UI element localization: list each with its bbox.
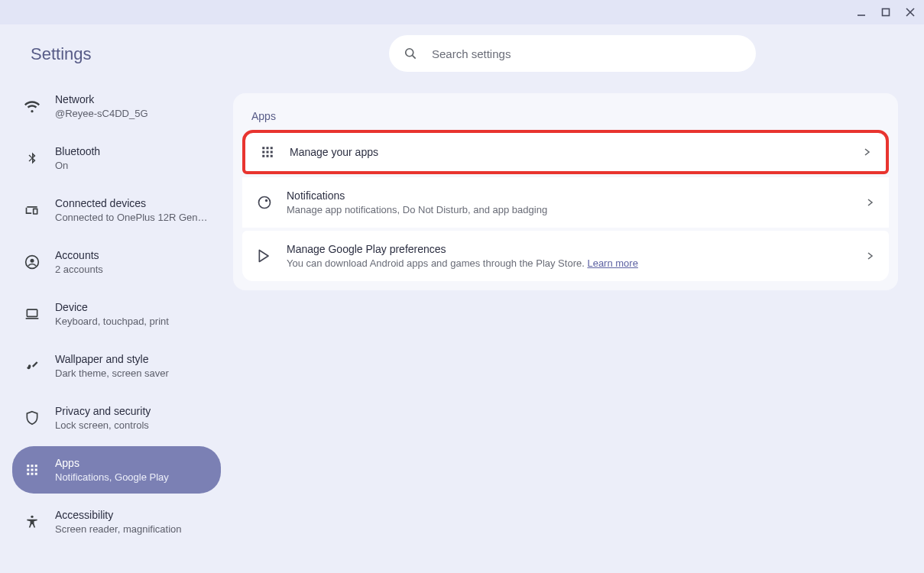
svg-rect-11 [27,469,29,471]
svg-rect-20 [262,147,264,149]
sidebar-item-accessibility[interactable]: Accessibility Screen reader, magnificati… [12,498,221,545]
sidebar-item-network[interactable]: Network @Reyee-sC4DD_5G [12,83,221,130]
svg-rect-25 [271,151,273,154]
svg-rect-14 [27,473,29,475]
sidebar-item-sublabel: Dark theme, screen saver [55,367,169,380]
maximize-button[interactable] [878,5,893,20]
sidebar-item-sublabel: 2 accounts [55,263,103,277]
sidebar: Settings Network @Reyee-sC4DD_5G Bluetoo… [0,24,233,573]
sidebar-item-privacy[interactable]: Privacy and security Lock screen, contro… [12,394,221,442]
svg-rect-10 [35,465,37,467]
sidebar-item-label: Apps [55,455,169,471]
minimize-button[interactable] [854,5,869,20]
sidebar-item-sublabel: Notifications, Google Play [55,471,169,484]
main-content: Apps Manage your apps Notifications [233,24,924,573]
svg-rect-21 [267,147,269,149]
svg-point-5 [31,259,34,263]
sidebar-item-sublabel: On [55,159,100,173]
svg-rect-16 [35,473,37,475]
sidebar-item-label: Privacy and security [55,403,151,419]
sidebar-item-wallpaper[interactable]: Wallpaper and style Dark theme, screen s… [12,342,221,390]
row-subtitle: You can download Android apps and games … [287,257,866,270]
svg-line-19 [413,56,416,59]
svg-point-18 [406,49,413,57]
sidebar-item-label: Wallpaper and style [55,351,169,367]
svg-rect-22 [271,147,273,149]
search-icon [403,46,418,61]
close-button[interactable] [903,5,918,20]
row-title: Manage Google Play preferences [287,241,866,257]
svg-rect-9 [31,465,34,467]
svg-rect-12 [31,469,34,471]
sidebar-item-sublabel: Connected to OnePlus 12R Gens... [55,211,208,225]
apps-grid-icon [259,144,276,160]
svg-rect-28 [271,155,273,157]
search-input[interactable] [432,47,742,60]
svg-rect-23 [262,151,264,154]
devices-icon [24,202,40,218]
svg-point-17 [31,516,33,518]
svg-rect-1 [883,9,890,16]
laptop-icon [24,306,40,322]
row-manage-apps[interactable]: Manage your apps [242,130,889,174]
bluetooth-icon [24,151,40,166]
row-notifications[interactable]: Notifications Manage app notifications, … [242,177,889,228]
shield-icon [24,410,40,426]
sidebar-item-label: Accounts [55,248,103,263]
row-title: Manage your apps [290,144,863,160]
svg-point-29 [259,197,271,209]
svg-point-30 [265,199,267,202]
app-title: Settings [12,34,221,83]
sidebar-item-apps[interactable]: Apps Notifications, Google Play [12,446,221,494]
learn-more-link[interactable]: Learn more [587,257,637,269]
brush-icon [24,358,40,374]
sidebar-item-bluetooth[interactable]: Bluetooth On [12,134,221,182]
row-google-play[interactable]: Manage Google Play preferences You can d… [242,231,889,281]
account-icon [24,254,40,270]
svg-rect-27 [267,155,269,157]
sidebar-item-device[interactable]: Device Keyboard, touchpad, print [12,290,221,338]
sidebar-item-label: Bluetooth [55,144,100,159]
svg-rect-24 [267,151,269,154]
wifi-icon [24,99,40,114]
play-store-icon [256,248,273,264]
sidebar-item-sublabel: Keyboard, touchpad, print [55,315,169,329]
sidebar-item-accounts[interactable]: Accounts 2 accounts [12,238,221,286]
apps-section: Apps Manage your apps Notifications [233,93,898,290]
chevron-right-icon [866,198,875,207]
sidebar-item-connected-devices[interactable]: Connected devices Connected to OnePlus 1… [12,186,221,234]
row-title: Notifications [287,188,866,203]
sidebar-item-sublabel: Lock screen, controls [55,419,151,432]
svg-rect-8 [27,465,29,467]
chevron-right-icon [866,251,875,261]
sidebar-item-label: Device [55,299,169,315]
apps-grid-icon [24,462,40,478]
row-subtitle: Manage app notifications, Do Not Disturb… [287,203,866,217]
svg-rect-13 [35,469,37,471]
sidebar-item-label: Network [55,92,148,107]
search-bar[interactable] [389,35,756,72]
window-titlebar [0,0,924,24]
svg-rect-15 [31,473,34,475]
svg-rect-6 [27,309,37,316]
sidebar-item-sublabel: @Reyee-sC4DD_5G [55,107,148,121]
sidebar-item-sublabel: Screen reader, magnification [55,523,181,536]
dnd-icon [256,194,273,211]
sidebar-item-label: Connected devices [55,196,208,211]
svg-rect-26 [262,155,264,157]
sidebar-item-label: Accessibility [55,507,181,523]
chevron-right-icon [863,147,872,157]
section-title: Apps [233,107,898,130]
accessibility-icon [24,514,40,529]
